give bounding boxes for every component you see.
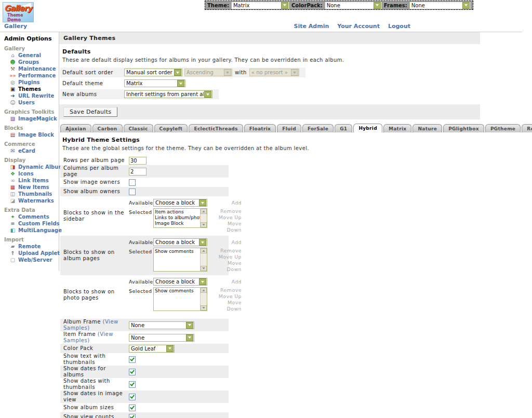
tab-ajaxian[interactable]: Ajaxian	[60, 124, 91, 132]
site-admin-link[interactable]: Site Admin	[294, 23, 329, 30]
sidebar-item-remote[interactable]: ▰ Remote	[9, 244, 59, 249]
tab-pglightbox[interactable]: PGlightbox	[443, 124, 484, 132]
tab-floatrix[interactable]: Floatrix	[244, 124, 276, 132]
remove-link[interactable]: Remove	[211, 208, 242, 214]
scroll-down-icon[interactable]	[201, 222, 207, 227]
show-album-owners-checkbox[interactable]	[129, 188, 136, 195]
listbox-scrollbar[interactable]	[200, 209, 207, 227]
frames-select[interactable]: None	[409, 2, 471, 9]
rows-per-page-input[interactable]	[129, 157, 147, 165]
scroll-up-icon[interactable]	[201, 209, 207, 214]
list-item[interactable]: Show comments	[155, 249, 200, 254]
colorpack-select[interactable]: None	[325, 2, 382, 9]
sidebar-item-ecard[interactable]: ✉ eCard	[9, 148, 59, 154]
sidebar-item-general[interactable]: ⌂ General	[9, 52, 59, 58]
columns-per-page-input[interactable]	[129, 168, 147, 176]
sidebar-item-dynamic-albums[interactable]: ◨ Dynamic Albums	[9, 164, 59, 170]
tab-g1[interactable]: G1	[335, 124, 352, 132]
move-down-link[interactable]: Move Down	[211, 300, 242, 312]
scroll-up-icon[interactable]	[201, 248, 207, 253]
tab-fluid[interactable]: Fluid	[277, 124, 301, 132]
move-up-link[interactable]: Move Up	[211, 254, 242, 260]
tab-copyleft[interactable]: Copyleft	[154, 124, 188, 132]
sidebar-item-plugins[interactable]: ◎ Plugins	[9, 79, 59, 85]
sidebar-item-thumbnails[interactable]: ◫ Thumbnails	[9, 191, 59, 197]
show-dates-image-view-checkbox[interactable]	[129, 394, 136, 400]
move-down-link[interactable]: Move Down	[211, 260, 242, 273]
tab-classic[interactable]: Classic	[124, 124, 153, 132]
add-link[interactable]: Add	[231, 279, 242, 285]
remove-link[interactable]: Remove	[211, 287, 242, 293]
sidebar-item-label: Remote	[18, 244, 41, 249]
sidebar-item-users[interactable]: ☺ Users	[9, 100, 59, 105]
tab-matrix[interactable]: Matrix	[383, 124, 411, 132]
album-frame-select[interactable]: None	[129, 321, 194, 329]
move-up-link[interactable]: Move Up	[211, 293, 242, 300]
sidebar-item-groups[interactable]: ☻ Groups	[9, 59, 59, 65]
sidebar-item-upload-applet[interactable]: ⇑ Upload Applet	[9, 250, 59, 256]
your-account-link[interactable]: Your Account	[337, 23, 380, 30]
blocks-photo-available-select[interactable]: Choose a block	[153, 278, 207, 286]
show-text-thumbnails-checkbox[interactable]	[129, 356, 136, 363]
scroll-down-icon[interactable]	[201, 266, 207, 271]
show-view-counts-checkbox[interactable]	[129, 414, 136, 418]
sidebar-item-label: eCard	[18, 148, 35, 154]
tab-forsale[interactable]: ForSale	[302, 124, 334, 132]
blocks-sidebar-available-select[interactable]: Choose a block	[153, 199, 207, 207]
breadcrumb[interactable]: Gallery	[4, 23, 27, 30]
add-link[interactable]: Add	[231, 239, 242, 245]
list-item[interactable]: Links to album/photo peers	[155, 215, 200, 221]
tab-roundcorners[interactable]: RoundCorners	[522, 124, 532, 132]
sidebar-item-themes[interactable]: ▣ Themes	[9, 86, 59, 92]
show-album-sizes-checkbox[interactable]	[129, 404, 136, 411]
tab-hybrid[interactable]: Hybrid	[353, 124, 382, 132]
tab-carbon[interactable]: Carbon	[92, 124, 123, 132]
list-item[interactable]: Image Block	[155, 221, 200, 226]
logout-link[interactable]: Logout	[388, 23, 410, 30]
list-item[interactable]: Show comments	[155, 288, 200, 294]
blocks-photo-selected-listbox[interactable]: Show comments	[153, 287, 207, 311]
move-up-link[interactable]: Move Up	[211, 214, 242, 221]
sidebar-item-label: ImageMagick	[18, 116, 57, 122]
remove-link[interactable]: Remove	[211, 248, 242, 254]
gallery-logo[interactable]: Gallery Theme Demo	[3, 2, 34, 22]
sidebar-item-icons[interactable]: ❖ Icons	[9, 171, 59, 177]
listbox-scrollbar[interactable]	[200, 288, 207, 311]
add-link[interactable]: Add	[231, 200, 242, 206]
default-theme-select[interactable]: Matrix	[124, 79, 185, 87]
tab-pgtheme[interactable]: PGtheme	[485, 124, 521, 132]
blocks-album-available-select[interactable]: Choose a block	[153, 238, 207, 246]
theme-select[interactable]: Matrix	[231, 2, 289, 9]
sidebar-item-url-rewrite[interactable]: ➔ URL Rewrite	[9, 93, 59, 99]
scroll-up-icon[interactable]	[201, 288, 207, 293]
show-dates-thumbnails-checkbox[interactable]	[129, 381, 136, 388]
sidebar-item-new-items[interactable]: ▦ New Items	[9, 184, 59, 190]
scroll-down-icon[interactable]	[201, 305, 207, 311]
listbox-scrollbar[interactable]	[200, 248, 207, 271]
blocks-sidebar-selected-listbox[interactable]: Item actions Links to album/photo peers …	[153, 208, 207, 228]
sidebar-item-comments[interactable]: ✦ Comments	[9, 214, 59, 220]
sidebar-item-performance[interactable]: »» Performance	[9, 73, 59, 78]
color-pack-select[interactable]: Gold Leaf	[129, 345, 175, 353]
show-image-owners-checkbox[interactable]	[129, 179, 136, 186]
sidebar-item-custom-fields[interactable]: ≡ Custom Fields	[9, 221, 59, 226]
sidebar-item-web-server[interactable]: ▢ Web/Server	[9, 257, 59, 263]
themes-icon: ▣	[9, 87, 16, 92]
list-item[interactable]: Item actions	[155, 209, 200, 215]
sidebar-item-link-items[interactable]: ∞ Link Items	[9, 178, 59, 183]
item-frame-row: Item Frame (View Samples) None	[60, 331, 229, 344]
tab-nature[interactable]: Nature	[413, 124, 442, 132]
blocks-album-selected-listbox[interactable]: Show comments	[153, 248, 207, 272]
sidebar-item-watermarks[interactable]: ◪ Watermarks	[9, 198, 59, 204]
tab-eclecticthreads[interactable]: EclecticThreads	[189, 124, 243, 132]
move-down-link[interactable]: Move Down	[211, 221, 242, 233]
sidebar-item-image-block[interactable]: ▤ Image Block	[9, 132, 59, 138]
new-albums-select[interactable]: Inherit settings from parent album	[124, 90, 212, 98]
sidebar-item-maintenance[interactable]: ⚒ Maintenance	[9, 66, 59, 72]
show-dates-albums-checkbox[interactable]	[129, 369, 136, 375]
save-defaults-button[interactable]: Save Defaults	[63, 107, 117, 117]
default-sort-order-select[interactable]: Manual sort order	[124, 69, 182, 76]
sidebar-item-imagemagick[interactable]: ▨ ImageMagick	[9, 116, 59, 122]
item-frame-select[interactable]: None	[129, 334, 194, 342]
sidebar-item-multilanguage[interactable]: ◧ MultiLanguage	[9, 227, 59, 233]
